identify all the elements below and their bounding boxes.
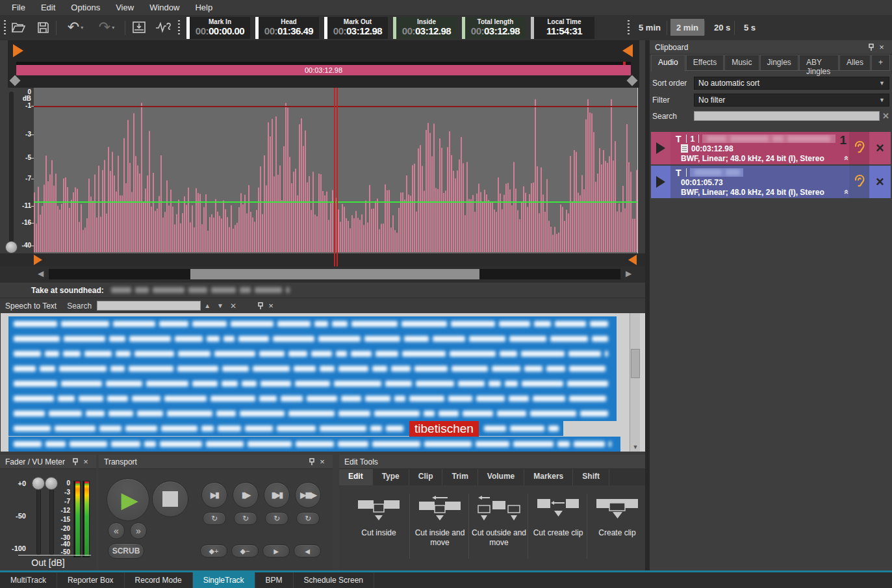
close-icon[interactable]: ×: [266, 301, 276, 311]
scrub-button[interactable]: SCRUB: [108, 543, 144, 559]
pin-icon[interactable]: [866, 42, 876, 53]
tab-audio[interactable]: Audio: [651, 55, 685, 71]
filter-dropdown[interactable]: No filter▼: [694, 94, 889, 107]
zoom-preset-5min[interactable]: 5 min: [633, 19, 667, 36]
menu-help[interactable]: Help: [187, 3, 220, 12]
menu-window[interactable]: Window: [142, 3, 187, 12]
pin-icon[interactable]: [255, 301, 266, 311]
tab-alles[interactable]: Alles: [839, 55, 871, 70]
play-button[interactable]: ▶: [107, 478, 149, 521]
overview-selection-bar[interactable]: 00:03:12.98: [16, 65, 631, 75]
fader-left-knob[interactable]: [32, 477, 45, 490]
stop-button[interactable]: [152, 481, 188, 517]
pin-icon[interactable]: [70, 457, 81, 467]
import-take-button[interactable]: [130, 19, 148, 36]
item-prelisten-button[interactable]: [849, 132, 869, 164]
mark-out-marker-icon[interactable]: [622, 44, 633, 57]
collapse-chevrons-icon[interactable]: »: [841, 156, 849, 160]
clipboard-search-input[interactable]: [694, 111, 880, 121]
transcript-scrollbar-thumb[interactable]: [631, 349, 640, 378]
redo-dropdown-caret[interactable]: ▾: [112, 25, 114, 31]
close-icon[interactable]: ×: [876, 42, 887, 53]
tab-shift[interactable]: Shift: [573, 469, 609, 485]
cut-inside-button[interactable]: Cut inside: [350, 491, 408, 563]
menu-view[interactable]: View: [108, 3, 142, 12]
item-remove-button[interactable]: ×: [869, 132, 891, 164]
skip-forward-button[interactable]: »: [130, 522, 147, 539]
transcript-scrollbar[interactable]: ▼: [630, 313, 640, 452]
tab-effects[interactable]: Effects: [686, 55, 724, 70]
mark-in-edge-icon[interactable]: [34, 255, 42, 265]
search-prev-icon[interactable]: ▲: [201, 302, 214, 309]
tab-bpm[interactable]: BPM: [255, 572, 294, 588]
scroll-left-icon[interactable]: ◀: [38, 269, 44, 278]
item-prelisten-button[interactable]: [849, 166, 869, 198]
next-marker-button[interactable]: ▶: [262, 544, 290, 557]
play-around-button[interactable]: ▶▮▮▶: [295, 482, 321, 508]
mark-in-display[interactable]: Mark In 00:00:00.00: [186, 17, 250, 39]
speech-search-input[interactable]: [97, 301, 201, 311]
track-overview[interactable]: 00:03:12.98: [8, 40, 639, 88]
tab-clip[interactable]: Clip: [409, 469, 443, 485]
panel-splitter[interactable]: [645, 40, 650, 570]
mark-in-marker-icon[interactable]: [13, 44, 23, 57]
scroll-down-icon[interactable]: ▼: [630, 444, 641, 450]
fader-right-track[interactable]: [49, 483, 54, 555]
undo-button[interactable]: ↶▾: [62, 19, 88, 36]
search-match-highlight[interactable]: tibetischen: [409, 421, 479, 438]
scroll-right-icon[interactable]: ▶: [626, 269, 631, 278]
clipboard-item-2[interactable]: T 00:01:05.73 BWF, Linear; 48.0 kHz, 24 …: [651, 166, 891, 198]
undo-dropdown-caret[interactable]: ▾: [81, 25, 83, 31]
play-from-in-button[interactable]: ▶▮: [201, 482, 227, 508]
prelisten-button[interactable]: [155, 19, 173, 36]
item-remove-button[interactable]: ×: [869, 166, 891, 198]
toolbar-grip[interactable]: [628, 20, 630, 36]
play-from-head-button[interactable]: ▮▶: [233, 482, 259, 508]
left-range-handle[interactable]: [10, 75, 21, 86]
tab-add[interactable]: +: [871, 55, 890, 70]
tab-multitrack[interactable]: MultiTrack: [0, 572, 57, 588]
right-range-handle[interactable]: [627, 75, 638, 86]
cut-outside-and-move-button[interactable]: Cut outside and move: [470, 491, 528, 563]
item-play-button[interactable]: [651, 132, 670, 164]
loop-button-3[interactable]: ↻: [265, 512, 288, 525]
skip-back-button[interactable]: «: [108, 522, 125, 539]
fader-left-track[interactable]: [36, 483, 41, 555]
tab-markers[interactable]: Markers: [524, 469, 573, 485]
inside-display[interactable]: Inside 00:03:12.98: [393, 17, 457, 39]
open-file-button[interactable]: [9, 19, 27, 36]
loop-button-2[interactable]: ↻: [234, 512, 257, 525]
zoom-preset-2min[interactable]: 2 min: [670, 19, 704, 36]
playhead-cursor[interactable]: [334, 88, 338, 266]
pin-icon[interactable]: [307, 457, 317, 467]
tab-aby-jingles[interactable]: ABY Jingles: [799, 55, 839, 70]
zoom-preset-5s[interactable]: 5 s: [738, 19, 761, 36]
loop-button-1[interactable]: ↻: [203, 512, 226, 525]
tab-type[interactable]: Type: [373, 469, 409, 485]
tab-edit[interactable]: Edit: [339, 469, 373, 485]
save-button[interactable]: [34, 19, 52, 36]
tab-reporter-box[interactable]: Reporter Box: [57, 572, 125, 588]
waveform-scrollbar-thumb[interactable]: [190, 269, 479, 279]
clipboard-item-1[interactable]: T 1 1 00:03:12.98 BWF, Linear; 48.0 kHz,…: [651, 132, 891, 164]
close-icon[interactable]: ×: [317, 457, 327, 467]
cut-create-clip-button[interactable]: Cut create clip: [529, 491, 587, 563]
tab-jingles[interactable]: Jingles: [760, 55, 798, 70]
loop-button-4[interactable]: ↻: [296, 512, 320, 525]
tab-volume[interactable]: Volume: [478, 469, 524, 485]
speech-transcript-area[interactable]: tibetischen ▼: [0, 313, 645, 452]
search-clear-icon[interactable]: ✕: [882, 111, 889, 121]
waveform-scrollbar[interactable]: [49, 269, 620, 279]
mark-out-display[interactable]: Mark Out 00:03:12.98: [324, 17, 388, 39]
prev-marker-button[interactable]: ◀: [294, 544, 321, 557]
tab-trim[interactable]: Trim: [442, 469, 478, 485]
tab-singletrack[interactable]: SingleTrack: [193, 572, 255, 588]
menu-file[interactable]: File: [4, 3, 33, 12]
toolbar-grip[interactable]: [178, 20, 180, 36]
item-play-button[interactable]: [651, 166, 670, 198]
total-length-display[interactable]: Total length 00:03:12.98: [462, 17, 526, 39]
search-next-icon[interactable]: ▼: [214, 302, 227, 309]
close-icon[interactable]: ×: [81, 457, 91, 467]
search-clear-icon[interactable]: ✕: [227, 301, 240, 311]
create-clip-button[interactable]: Create clip: [588, 491, 646, 563]
